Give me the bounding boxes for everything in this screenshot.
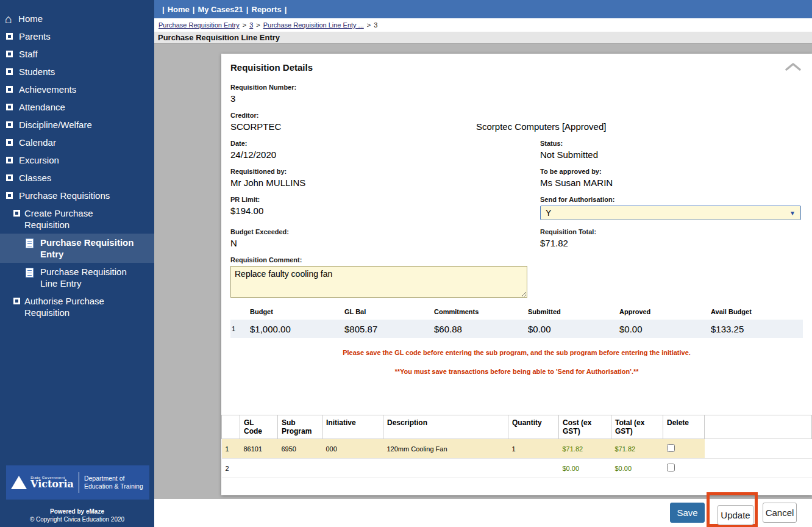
sidebar-item-label: Discipline/Welfare [19,120,92,130]
initiative-cell[interactable]: 000 [322,439,383,459]
bullet-icon [6,68,13,75]
sub-program-cell[interactable]: 6950 [278,439,322,459]
logo-dept-line1: Department of [84,475,143,482]
gl-bal-header: GL Bal [344,308,434,320]
breadcrumb-separator: > [256,21,260,29]
budget-summary-row: 1 $1,000.00 $805.87 $60.88 $0.00 $0.00 $… [230,320,803,338]
requisition-comment-label: Requisition Comment: [230,256,803,264]
breadcrumb-link-3[interactable]: 3 [249,21,253,29]
date-field: Date: 24/12/2020 [230,140,540,160]
bullet-icon [6,192,13,199]
sidebar-item-purchase-requisition-entry[interactable]: Purchase Requisition Entry [0,234,154,263]
breadcrumb-link-line-entry[interactable]: Purchase Requisition Line Enty ... [263,21,364,29]
document-icon [26,238,34,248]
sidebar-item-label: Purchase Requisitions [19,190,110,201]
nav-my-cases21[interactable]: My Cases21 [198,5,243,14]
bullet-icon [6,104,13,110]
sidebar-item-label: Home [18,13,43,24]
submitted-header: Submitted [528,308,619,320]
initiative-cell[interactable] [322,459,383,478]
sidebar-item-label: Purchase Requisition Entry [40,237,137,260]
bullet-icon [6,121,13,128]
budget-summary-header: Budget GL Bal Commitments Submitted Appr… [230,308,803,320]
sidebar-item-authorise-purchase-requisition[interactable]: Authorise Purchase Requisition [0,292,154,321]
cancel-button[interactable]: Cancel [763,503,797,523]
nav-separator: | [193,5,195,14]
sidebar-item-classes[interactable]: Classes [0,169,154,187]
sidebar-item-label: Parents [19,31,51,41]
sidebar-item-label: Staff [19,49,38,59]
description-cell[interactable] [383,459,508,478]
row-number: 1 [222,439,240,459]
requisitioned-by-value: Mr John MULLINS [230,177,540,188]
logo-victoria: Victoria [30,479,74,489]
sidebar-item-achievements[interactable]: Achievements [0,81,154,98]
description-header: Description [383,415,508,439]
warnings: Please save the GL code before entering … [230,349,803,375]
gl-code-cell[interactable] [240,459,278,478]
breadcrumb-separator: > [243,21,246,29]
nav-home[interactable]: Home [168,5,190,14]
bullet-icon [6,157,13,163]
total-cell: $0.00 [611,459,663,478]
status-value: Not Submitted [540,149,803,160]
sidebar-item-label: Achievements [19,84,76,95]
sidebar-item-staff[interactable]: Staff [0,45,154,63]
requisition-comment-textarea[interactable]: Replace faulty cooling fan [230,266,527,298]
gl-code-cell[interactable]: 86101 [240,439,278,459]
sidebar-item-purchase-requisition-line-entry[interactable]: Purchase Requisition Line Entry [0,263,154,292]
sidebar-item-students[interactable]: Students [0,63,154,81]
cost-cell[interactable]: $0.00 [559,459,611,478]
logo-divider [79,472,79,493]
sidebar-item-label: Excursion [19,155,59,165]
description-cell[interactable]: 120mm Cooling Fan [383,439,508,459]
bullet-icon [6,33,13,40]
send-for-authorisation-value: Y [546,208,551,218]
send-for-authorisation-field: Send for Authorisation: Y ▼ [540,196,803,220]
nav-separator: | [162,5,165,14]
bullet-icon [6,86,13,93]
sidebar-item-label: Calendar [19,137,56,148]
powered-by-text: Powered by eMaze [0,507,154,515]
requisition-details-card: Requisition Details Requisition Number: … [221,54,812,495]
sidebar-item-discipline-welfare[interactable]: Discipline/Welfare [0,116,154,134]
sidebar-item-purchase-requisitions[interactable]: Purchase Requisitions [0,187,154,204]
delete-checkbox[interactable] [667,444,675,452]
sidebar-item-parents[interactable]: Parents [0,27,154,45]
row-number: 1 [230,325,250,332]
breadcrumb-link-purchase-requisition-entry[interactable]: Purchase Requisition Entry [158,21,240,29]
creditor-field: Creditor: SCORPTEC [230,112,476,132]
sidebar-item-label: Purchase Requisition Line Entry [40,266,137,289]
send-for-authorisation-select[interactable]: Y ▼ [540,206,801,220]
sidebar-item-create-purchase-requisition[interactable]: Create Purchase Requisition [0,204,154,234]
total-header: Total (ex GST) [611,415,663,439]
sidebar-item-home[interactable]: ⌂ Home [0,10,154,27]
bottom-button-bar: Save Update Cancel [154,499,812,527]
sidebar-item-label: Students [19,66,55,77]
date-label: Date: [230,140,540,147]
cost-cell[interactable]: $71.82 [559,439,611,459]
breadcrumb: Purchase Requisition Entry > 3 > Purchas… [154,18,812,32]
commitments-value: $60.88 [434,324,528,334]
quantity-cell[interactable]: 1 [508,439,559,459]
save-button[interactable]: Save [670,503,705,523]
line-item-row: 1 86101 6950 000 120mm Cooling Fan 1 $71… [222,439,812,459]
creditor-value: SCORPTEC [230,121,476,132]
requisition-total-field: Requisition Total: $71.82 [540,228,803,248]
sub-program-header: Sub Program [278,415,322,439]
delete-checkbox[interactable] [667,464,675,471]
sub-program-cell[interactable] [278,459,322,478]
breadcrumb-separator: > [367,21,371,29]
budget-exceeded-value: N [230,238,540,248]
quantity-cell[interactable] [508,459,559,478]
avail-budget-value: $133.25 [711,324,803,334]
warning-save-transactions: **You must save transactions before bein… [230,368,803,375]
top-nav: | Home | My Cases21 | Reports | [154,0,812,18]
sidebar-item-calendar[interactable]: Calendar [0,134,154,151]
nav-reports[interactable]: Reports [252,5,282,14]
document-icon [26,268,34,278]
sidebar-item-excursion[interactable]: Excursion [0,151,154,169]
budget-exceeded-label: Budget Exceeded: [230,228,540,235]
update-button[interactable]: Update [718,505,753,525]
sidebar-item-attendance[interactable]: Attendance [0,98,154,116]
